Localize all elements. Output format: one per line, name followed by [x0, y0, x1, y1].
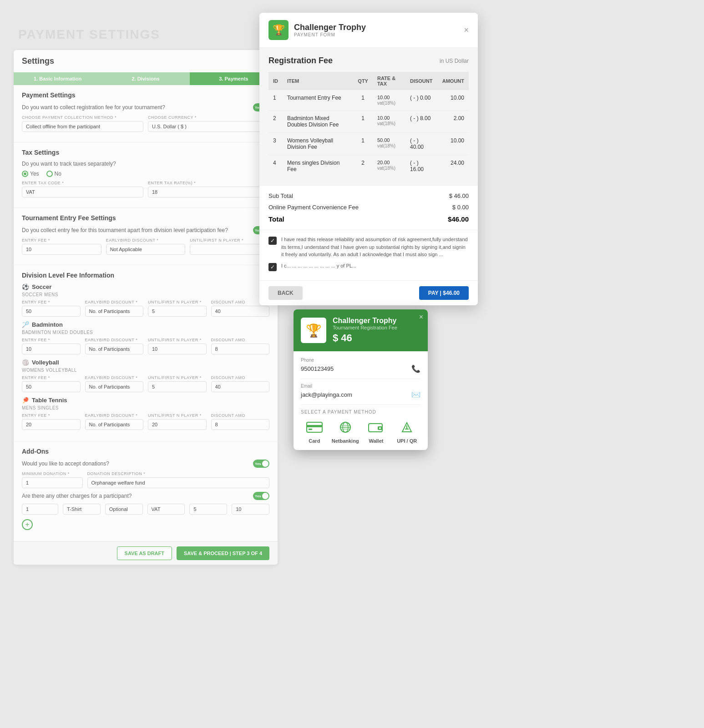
cell-rate: 10.00vat(18%) [373, 111, 405, 133]
badminton-entry-input[interactable] [22, 344, 81, 354]
other-charge-optional-select[interactable]: Optional [105, 504, 143, 515]
back-button[interactable]: BACK [268, 286, 303, 300]
other-charge-name-group [63, 504, 101, 515]
volleyball-discount-input[interactable] [211, 381, 270, 392]
select-method-label: SELECT A PAYMENT METHOD [301, 410, 420, 415]
volleyball-until-label: UNTIL/FIRST N PLAYER * [148, 375, 207, 380]
donation-toggle[interactable]: Yes [253, 460, 269, 468]
earlybird-select[interactable]: Not Applicable [106, 244, 186, 255]
other-charge-qty-input[interactable] [22, 504, 58, 515]
tax-yes-circle [22, 171, 28, 177]
cell-item: Badminton Mixed Doubles Division Fee [283, 111, 353, 133]
badminton-earlybird-select[interactable]: No. of Participants [85, 344, 144, 354]
step-2[interactable]: 2. Divisions [101, 72, 189, 85]
other-charge-name-input[interactable] [63, 504, 101, 515]
popup-body: Phone 9500123495 📞 Email jack@playinga.c… [294, 351, 428, 450]
badminton-icon: 🏸 [22, 321, 29, 328]
soccer-sub: SOCCER MENS [22, 292, 269, 297]
cell-discount: ( - ) 0.00 [405, 90, 438, 111]
agreement-row-1: ✓ I have read this release reliability a… [268, 236, 469, 258]
tax-code-input[interactable] [22, 187, 143, 197]
pay-button[interactable]: PAY | $46.00 [419, 286, 469, 300]
badminton-sub: BADMINTON MIXED DOUBLES [22, 330, 269, 335]
agreement-text-1: I have read this release reliability and… [281, 236, 469, 258]
badminton-until-label: UNTIL/FIRST N PLAYER * [148, 338, 207, 342]
tax-yes-radio[interactable]: Yes [22, 171, 39, 177]
convenience-fee-row: Online Payment Convenience Fee $ 0.00 [268, 202, 469, 213]
soccer-icon: ⚽ [22, 283, 29, 290]
tt-earlybird-select[interactable]: No. of Participants [85, 419, 144, 430]
col-item: ITEM [283, 72, 353, 90]
email-label: Email [301, 384, 420, 389]
until-label: UNTIL/FIRST N PLAYER * [190, 238, 269, 243]
other-charges-toggle[interactable]: Yes [253, 492, 269, 500]
tt-entry-input[interactable] [22, 419, 81, 430]
agreement-checkbox-2[interactable]: ✓ [268, 263, 277, 271]
soccer-earlybird-label: EARLYBIRD DISCOUNT * [85, 300, 144, 304]
settings-title: Settings [14, 50, 278, 69]
soccer-earlybird-select[interactable]: No. of Participants [85, 306, 144, 317]
payment-method-wallet[interactable]: Wallet [363, 419, 390, 444]
other-charge-tax-input[interactable] [147, 504, 185, 515]
tax-rate-input[interactable] [148, 187, 269, 197]
cell-amount: 2.00 [438, 111, 469, 133]
volleyball-earlybird-select[interactable]: No. of Participants [85, 381, 144, 392]
cell-item: Tournament Entry Fee [283, 90, 353, 111]
payment-question: Do you want to collect registration fee … [22, 104, 165, 111]
payment-method-upi[interactable]: UPI / QR [393, 419, 420, 444]
payment-method-netbanking[interactable]: Netbanking [332, 419, 359, 444]
currency-select[interactable]: U.S. Dollar ( $ ) [148, 121, 269, 132]
payment-toggle-row: Do you want to collect registration fee … [22, 103, 269, 111]
badminton-discount-input[interactable] [211, 344, 270, 354]
soccer-until-input[interactable] [148, 306, 207, 317]
other-charge-amount-input[interactable] [189, 504, 227, 515]
popup-close-button[interactable]: × [419, 313, 423, 321]
soccer-entry-label: ENTRY FEE * [22, 300, 81, 304]
collection-method-group: CHOOSE PAYMENT COLLECTION METHOD * Colle… [22, 115, 143, 132]
volleyball-until-input[interactable] [148, 381, 207, 392]
payment-method-card[interactable]: Card [301, 419, 328, 444]
entry-fee-label: ENTRY FEE * [22, 238, 101, 243]
tax-no-radio[interactable]: No [46, 171, 61, 177]
popup-header: 🏆 Challenger Trophy Tournament Registrat… [294, 309, 428, 351]
soccer-discount-input[interactable] [211, 306, 270, 317]
volleyball-header: 🏐 Volleyball [22, 359, 269, 366]
settings-panel: Settings 1. Basic Information 2. Divisio… [14, 50, 278, 565]
modal-close-button[interactable]: × [464, 26, 469, 34]
cell-amount: 24.00 [438, 155, 469, 177]
other-charge-qty-group [22, 504, 58, 515]
volleyball-entry-label: ENTRY FEE * [22, 375, 81, 380]
payment-modal: 🏆 Challenger Trophy PAYMENT FORM × Regis… [259, 13, 478, 305]
cell-rate: 50.00vat(18%) [373, 133, 405, 155]
badminton-discount-label: DISCOUNT AMO [211, 338, 270, 342]
entry-fee-input[interactable] [22, 244, 101, 255]
tt-until-input[interactable] [148, 419, 207, 430]
payment-method-row: CHOOSE PAYMENT COLLECTION METHOD * Colle… [22, 115, 269, 132]
other-charge-add-icon[interactable]: + [22, 519, 33, 531]
collection-method-select[interactable]: Collect offline from the participant [22, 121, 143, 132]
cell-discount: ( - ) 40.00 [405, 133, 438, 155]
other-charge-optional-group: Optional [105, 504, 143, 515]
tax-radio-group: Yes No [22, 171, 269, 177]
svg-rect-1 [307, 425, 322, 427]
email-icon: ✉️ [411, 390, 420, 399]
save-draft-button[interactable]: SAVE AS DRAFT [117, 546, 172, 560]
save-proceed-button[interactable]: SAVE & PROCEED | STEP 3 OF 4 [177, 546, 269, 560]
tax-question: Do you want to track taxes separately? [22, 161, 269, 167]
until-input[interactable] [190, 244, 269, 255]
donation-desc-input[interactable] [87, 477, 270, 488]
donation-toggle-knob [262, 460, 268, 467]
col-discount: DISOUNT [405, 72, 438, 90]
popup-header-text: Challenger Trophy Tournament Registratio… [333, 317, 397, 344]
modal-header: 🏆 Challenger Trophy PAYMENT FORM × [259, 13, 478, 48]
soccer-fields: ENTRY FEE * EARLYBIRD DISCOUNT * No. of … [22, 300, 269, 317]
min-donation-input[interactable] [22, 477, 83, 488]
donation-desc-group: DONATION DESCRIPTION * [87, 471, 270, 488]
agreement-checkbox-1[interactable]: ✓ [268, 237, 277, 245]
volleyball-entry-input[interactable] [22, 381, 81, 392]
badminton-until-input[interactable] [148, 344, 207, 354]
tt-discount-input[interactable] [211, 419, 270, 430]
step-1[interactable]: 1. Basic Information [14, 72, 101, 85]
other-charge-discount-input[interactable] [232, 504, 269, 515]
soccer-entry-input[interactable] [22, 306, 81, 317]
